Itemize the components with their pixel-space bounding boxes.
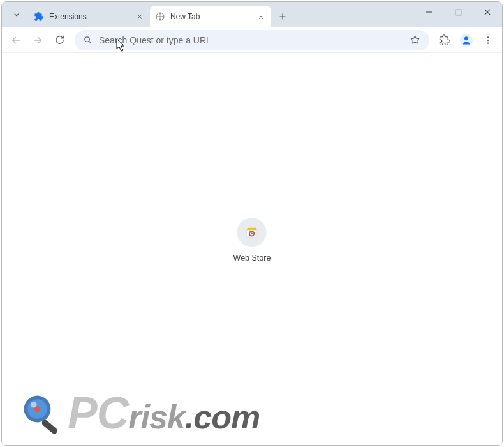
menu-button[interactable] bbox=[478, 30, 498, 50]
svg-point-10 bbox=[251, 232, 253, 234]
toolbar bbox=[2, 27, 502, 53]
tab-title: New Tab bbox=[170, 12, 251, 21]
close-icon[interactable] bbox=[135, 11, 145, 22]
arrow-left-icon bbox=[10, 34, 22, 46]
minimize-button[interactable] bbox=[414, 2, 443, 22]
shortcut-label: Web Store bbox=[233, 254, 271, 262]
web-store-icon bbox=[245, 225, 259, 239]
browser-window: Extensions New Tab bbox=[1, 1, 503, 446]
shortcut-web-store[interactable]: Web Store bbox=[233, 218, 271, 262]
address-input[interactable] bbox=[99, 35, 401, 45]
svg-point-6 bbox=[487, 39, 489, 40]
profile-button[interactable] bbox=[456, 30, 477, 50]
forward-button[interactable] bbox=[27, 30, 48, 50]
kebab-icon bbox=[483, 35, 493, 45]
page-content: Web Store bbox=[2, 53, 502, 445]
search-tabs-button[interactable] bbox=[7, 5, 26, 24]
close-icon[interactable] bbox=[256, 11, 266, 22]
address-bar[interactable] bbox=[75, 30, 429, 50]
maximize-icon bbox=[455, 9, 462, 16]
svg-point-2 bbox=[84, 37, 89, 42]
reload-button[interactable] bbox=[49, 30, 70, 50]
tab-extensions[interactable]: Extensions bbox=[29, 6, 150, 27]
avatar-icon bbox=[459, 33, 473, 47]
svg-rect-1 bbox=[456, 10, 461, 15]
svg-point-7 bbox=[487, 42, 489, 43]
search-icon bbox=[82, 35, 93, 45]
arrow-right-icon bbox=[32, 34, 43, 46]
puzzle-icon bbox=[439, 34, 450, 46]
svg-point-4 bbox=[464, 36, 468, 40]
minimize-icon bbox=[425, 8, 433, 16]
puzzle-icon bbox=[34, 11, 44, 22]
new-tab-button[interactable] bbox=[274, 8, 292, 26]
close-icon bbox=[484, 8, 491, 16]
bookmark-button[interactable] bbox=[408, 33, 422, 47]
svg-point-5 bbox=[487, 36, 489, 38]
chevron-down-icon bbox=[12, 10, 21, 19]
tab-title: Extensions bbox=[49, 12, 130, 21]
reload-icon bbox=[54, 34, 65, 45]
globe-icon bbox=[155, 11, 165, 22]
window-controls bbox=[414, 2, 502, 27]
tab-new-tab[interactable]: New Tab bbox=[150, 6, 271, 27]
tab-strip: Extensions New Tab bbox=[2, 2, 502, 27]
extensions-button[interactable] bbox=[434, 30, 455, 50]
shortcut-tile bbox=[237, 218, 267, 247]
maximize-button[interactable] bbox=[443, 2, 473, 22]
star-icon bbox=[410, 34, 420, 45]
back-button[interactable] bbox=[6, 30, 26, 50]
plus-icon bbox=[278, 12, 287, 21]
close-window-button[interactable] bbox=[473, 2, 502, 22]
